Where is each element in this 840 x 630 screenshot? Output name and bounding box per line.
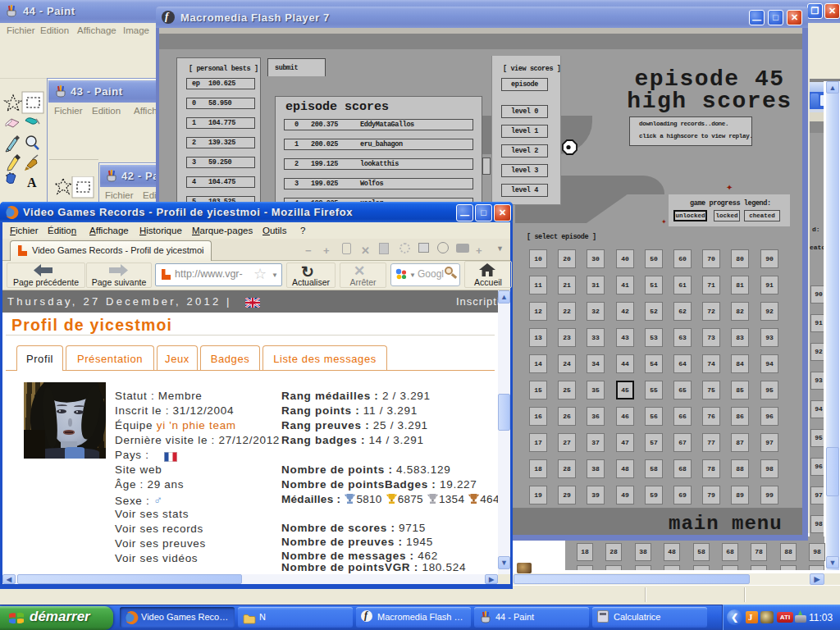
- svg-text:A: A: [27, 176, 37, 189]
